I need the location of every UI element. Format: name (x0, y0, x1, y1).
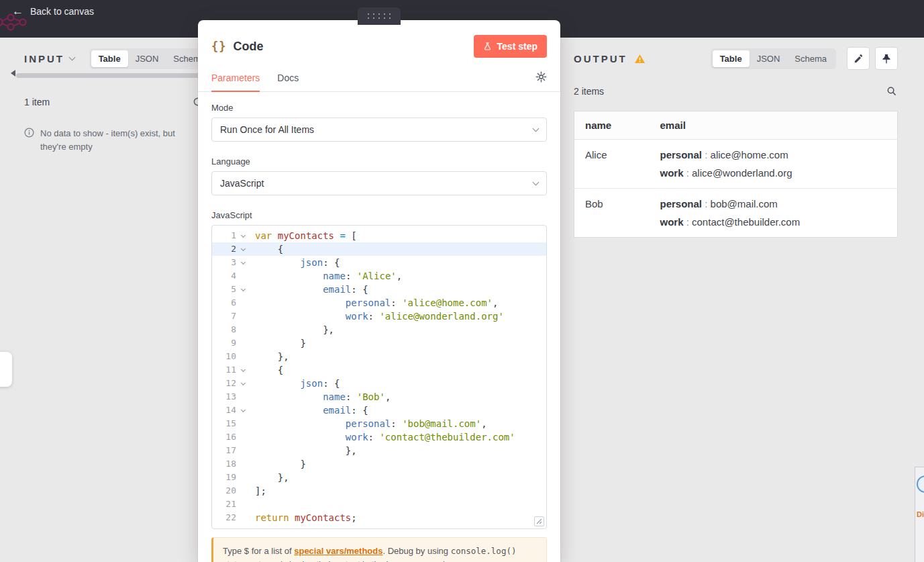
output-table-body: Alicepersonal : alice@home.comwork : ali… (574, 140, 898, 238)
output-tab-schema[interactable]: Schema (787, 50, 834, 67)
line-number: 21 (212, 498, 236, 511)
line-number: 1 (212, 229, 236, 242)
input-tab-table[interactable]: Table (91, 50, 128, 67)
info-circle-icon (24, 128, 34, 138)
code-line-11: 11 { (212, 363, 546, 377)
input-panel: INPUT TableJSONSchema 1 item No data to … (13, 47, 215, 153)
node-settings-button[interactable] (535, 71, 547, 91)
line-number: 22 (212, 511, 236, 524)
chevron-down-icon[interactable] (69, 54, 76, 60)
pushpin-icon (882, 54, 891, 64)
code-line-4: 4 name: 'Alice', (212, 269, 546, 283)
code-line-13: 13 name: 'Bob', (212, 390, 546, 404)
cell-name: Alice (574, 140, 650, 189)
mode-select-value: Run Once for All Items (220, 124, 314, 135)
input-panel-title: INPUT (24, 53, 64, 64)
output-items-count: 2 items (574, 86, 604, 97)
cell-name: Bob (574, 189, 650, 238)
dialog-title: Code (233, 40, 263, 54)
input-items-count: 1 item (24, 97, 50, 107)
code-line-10: 10 }, (212, 350, 546, 363)
gear-icon (535, 71, 547, 83)
code-editor-label: JavaScript (211, 210, 547, 220)
code-line-16: 16 work: 'contact@thebuilder.com' (212, 430, 546, 444)
chevron-down-icon (533, 125, 540, 132)
test-step-button[interactable]: Test step (474, 35, 547, 58)
output-tab-table[interactable]: Table (713, 50, 750, 67)
fold-chevron-icon[interactable] (240, 286, 245, 291)
output-table-head: nameemail (574, 111, 898, 140)
drag-dots-icon (366, 12, 393, 20)
code-line-9: 9 } (212, 336, 546, 350)
collapse-input-panel-chevron[interactable] (11, 70, 15, 77)
code-line-22: 22return myContacts; (212, 511, 546, 524)
line-number: 12 (212, 377, 236, 390)
search-icon[interactable] (885, 85, 898, 97)
line-number: 13 (212, 390, 236, 404)
chevron-down-icon (533, 179, 540, 185)
column-header-email: email (650, 111, 898, 140)
output-tab-json[interactable]: JSON (750, 50, 788, 67)
dialog-tab-parameters[interactable]: Parameters (211, 67, 260, 92)
special-vars-link[interactable]: special vars/methods (294, 546, 382, 556)
mode-select[interactable]: Run Once for All Items (211, 118, 547, 142)
app-logo (0, 12, 34, 35)
code-line-3: 3 json: { (212, 256, 546, 269)
output-tabs: TableJSONSchema (711, 48, 836, 69)
fold-chevron-icon[interactable] (240, 367, 245, 371)
code-line-12: 12 json: { (212, 377, 546, 390)
output-table: nameemail Alicepersonal : alice@home.com… (574, 111, 898, 238)
line-number: 10 (212, 350, 236, 363)
code-line-20: 20]; (212, 484, 546, 498)
language-select[interactable]: JavaScript (211, 171, 547, 195)
output-panel-title: OUTPUT (574, 53, 627, 64)
dialog-tabs: ParametersDocs (211, 67, 299, 91)
line-number: 9 (212, 336, 236, 350)
code-lines: 1var myContacts = [2 {3 json: {4 name: '… (212, 229, 546, 524)
line-number: 20 (212, 484, 236, 498)
edit-output-button[interactable] (847, 47, 870, 70)
left-edge-drag-handle[interactable] (0, 352, 12, 387)
code-line-14: 14 email: { (212, 404, 546, 417)
fold-chevron-icon[interactable] (240, 380, 245, 385)
line-number: 17 (212, 444, 236, 457)
side-widget[interactable]: Dis (915, 467, 924, 562)
pin-data-button[interactable] (875, 47, 898, 70)
code-line-8: 8 }, (212, 323, 546, 336)
code-line-19: 19 }, (212, 471, 546, 484)
input-horizontal-scrollbar[interactable] (16, 73, 212, 78)
back-label: Back to canvas (30, 6, 94, 17)
help-bubble-icon[interactable] (917, 475, 924, 493)
dialog-tab-docs[interactable]: Docs (277, 67, 299, 91)
dialog-drag-handle[interactable] (358, 7, 401, 25)
fold-chevron-icon[interactable] (240, 259, 245, 264)
side-widget-label[interactable]: Dis (917, 510, 924, 518)
code-line-7: 7 work: 'alice@wonderland.org' (212, 310, 546, 323)
fold-chevron-icon[interactable] (240, 232, 245, 237)
output-panel: OUTPUT TableJSONSchema 2 items (574, 47, 898, 238)
line-number: 6 (212, 296, 236, 310)
table-row: Alicepersonal : alice@home.comwork : ali… (574, 140, 898, 189)
warning-triangle-icon (634, 54, 646, 64)
cell-email: personal : bob@mail.comwork : contact@th… (650, 189, 898, 238)
code-editor[interactable]: 1var myContacts = [2 {3 json: {4 name: '… (211, 225, 547, 529)
fold-chevron-icon[interactable] (240, 407, 245, 412)
line-number: 2 (212, 242, 236, 256)
table-row: Bobpersonal : bob@mail.comwork : contact… (574, 189, 898, 238)
code-line-18: 18 } (212, 457, 546, 471)
input-empty-message: No data to show - item(s) exist, but the… (40, 127, 193, 153)
line-number: 4 (212, 269, 236, 283)
code-line-1: 1var myContacts = [ (212, 229, 546, 242)
line-number: 14 (212, 404, 236, 417)
column-header-name: name (574, 111, 650, 140)
line-number: 7 (212, 310, 236, 323)
code-line-17: 17 }, (212, 444, 546, 457)
line-number: 15 (212, 417, 236, 430)
mode-label: Mode (211, 103, 547, 113)
input-tab-json[interactable]: JSON (128, 50, 166, 67)
editor-resize-handle[interactable] (534, 516, 544, 526)
fold-chevron-icon[interactable] (240, 246, 245, 250)
line-number: 8 (212, 323, 236, 336)
editor-hint-callout: Type $ for a list of special vars/method… (211, 537, 547, 562)
line-number: 11 (212, 363, 236, 377)
